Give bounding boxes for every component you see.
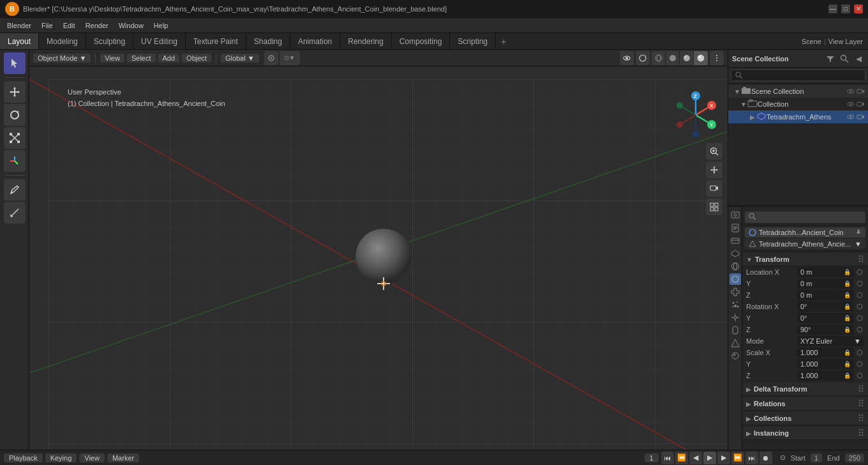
object-mode-dropdown[interactable]: Object Mode ▼ <box>33 54 91 63</box>
prop-icon-object[interactable] <box>730 273 741 285</box>
outliner-search-input[interactable] <box>731 70 865 81</box>
minimize-button[interactable]: — <box>828 4 837 13</box>
outliner-search-icon[interactable] <box>839 53 850 65</box>
rotation-y-value[interactable]: 0° 🔒 <box>797 313 854 323</box>
rotation-x-lock[interactable]: 🔒 <box>844 303 851 310</box>
transform-orientation[interactable]: Global ▼ <box>221 54 259 63</box>
tab-scripting[interactable]: Scripting <box>450 33 496 49</box>
scene-selector[interactable]: Scene <box>802 38 821 45</box>
zoom-in-button[interactable] <box>706 143 722 160</box>
location-z-lock[interactable]: 🔒 <box>844 292 851 298</box>
playback-menu[interactable]: Playback <box>4 454 43 462</box>
current-frame-display[interactable]: 1 <box>645 454 659 462</box>
cursor-tool[interactable] <box>4 52 26 74</box>
menu-file[interactable]: File <box>37 20 57 31</box>
jump-prev-key-button[interactable]: ⏪ <box>675 452 688 464</box>
view-menu-timeline[interactable]: View <box>79 454 105 462</box>
frame-end-input[interactable]: 250 <box>845 454 864 462</box>
record-button[interactable]: ⏺ <box>760 452 772 464</box>
frame-start-input[interactable]: 1 <box>811 454 822 462</box>
maximize-button[interactable]: □ <box>841 4 850 13</box>
tab-compositing[interactable]: Compositing <box>392 33 451 49</box>
location-z-value[interactable]: 0 m 🔒 <box>797 290 854 300</box>
tree-arrow-scene[interactable]: ▼ <box>733 88 741 95</box>
pan-button[interactable] <box>706 162 722 178</box>
camera-view-button[interactable] <box>706 180 722 197</box>
mesh-pin-icon[interactable]: ▼ <box>855 240 862 248</box>
prop-icon-render[interactable] <box>730 210 741 221</box>
tree-eye-icon-2[interactable] <box>846 100 855 109</box>
3d-viewport[interactable]: User Perspective (1) Collection | Tetrad… <box>29 66 728 450</box>
tree-item-collection[interactable]: ▼ Collection <box>728 98 868 111</box>
outliner-filter-icon[interactable] <box>825 53 836 65</box>
keying-menu[interactable]: Keying <box>45 454 77 462</box>
scale-x-value[interactable]: 1.000 🔒 <box>797 347 854 358</box>
outliner-collapse-icon[interactable]: ◀ <box>853 53 864 65</box>
menu-blender[interactable]: Blender <box>3 20 36 31</box>
scale-y-lock[interactable]: 🔒 <box>844 361 851 367</box>
object-menu[interactable]: Object <box>182 54 211 63</box>
jump-end-button[interactable]: ⏭ <box>745 452 758 464</box>
menu-edit[interactable]: Edit <box>59 20 80 31</box>
viewport-overlays-btn[interactable] <box>620 51 634 65</box>
rotation-y-anim[interactable] <box>855 315 864 321</box>
jump-next-key-button[interactable]: ⏩ <box>731 452 744 464</box>
location-x-value[interactable]: 0 m 🔒 <box>797 267 854 277</box>
tab-texture-paint[interactable]: Texture Paint <box>186 33 246 49</box>
object-name-selector[interactable]: Tetradrachh...Ancient_Coin <box>745 227 865 238</box>
tree-arrow-object[interactable]: ▶ <box>749 114 756 121</box>
tab-animation[interactable]: Animation <box>290 33 340 49</box>
prop-icon-scene[interactable] <box>730 248 741 259</box>
next-frame-button[interactable]: ▶ <box>717 452 730 464</box>
tree-arrow-collection[interactable]: ▼ <box>740 101 747 108</box>
location-x-anim[interactable] <box>855 269 864 275</box>
collection-visibility-button[interactable] <box>706 199 722 215</box>
rotation-y-lock[interactable]: 🔒 <box>844 315 851 321</box>
scale-x-lock[interactable]: 🔒 <box>844 349 851 356</box>
transform-section-header[interactable]: ▼ Transform ⠿ <box>742 253 868 266</box>
location-x-lock[interactable]: 🔒 <box>844 269 851 275</box>
prop-icon-modifier[interactable] <box>730 286 741 298</box>
add-workspace-button[interactable]: + <box>496 33 511 49</box>
tree-eye-icon-3[interactable] <box>846 112 855 121</box>
solid-mode[interactable] <box>666 51 680 65</box>
proportional-editing[interactable]: ⊙▼ <box>280 51 300 65</box>
menu-window[interactable]: Window <box>114 20 148 31</box>
rotation-x-anim[interactable] <box>855 303 864 310</box>
tab-modeling[interactable]: Modeling <box>39 33 86 49</box>
menu-help[interactable]: Help <box>149 20 173 31</box>
close-button[interactable]: ✕ <box>854 4 863 13</box>
scale-y-value[interactable]: 1.000 🔒 <box>797 359 854 369</box>
rotation-z-anim[interactable] <box>855 326 864 333</box>
prop-icon-data[interactable] <box>730 337 741 349</box>
tab-rendering[interactable]: Rendering <box>340 33 391 49</box>
prop-icon-particles[interactable] <box>730 299 741 310</box>
material-preview-mode[interactable] <box>680 51 694 65</box>
scale-x-anim[interactable] <box>855 349 864 356</box>
tab-uv-editing[interactable]: UV Editing <box>133 33 186 49</box>
rotation-z-value[interactable]: 90° 🔒 <box>797 324 854 335</box>
prev-frame-button[interactable]: ◀ <box>689 452 702 464</box>
location-y-anim[interactable] <box>855 280 864 287</box>
rotate-tool[interactable] <box>4 104 26 126</box>
move-tool[interactable] <box>4 81 26 103</box>
prop-icon-material[interactable] <box>730 350 741 362</box>
scale-z-anim[interactable] <box>855 372 864 379</box>
annotate-tool[interactable] <box>4 179 26 201</box>
tree-camera-icon[interactable] <box>857 87 865 96</box>
scale-z-value[interactable]: 1.000 🔒 <box>797 370 854 381</box>
rendered-mode[interactable] <box>694 51 708 65</box>
marker-menu[interactable]: Marker <box>107 454 139 462</box>
mode-value[interactable]: XYZ Euler ▼ <box>797 336 864 346</box>
jump-start-button[interactable]: ⏮ <box>661 452 674 464</box>
prop-icon-output[interactable] <box>730 222 741 234</box>
titlebar-controls[interactable]: — □ ✕ <box>828 4 863 13</box>
rotation-x-value[interactable]: 0° 🔒 <box>797 301 854 312</box>
viewport-gizmo-btn[interactable] <box>636 51 650 65</box>
view-layer-selector[interactable]: View Layer <box>828 38 863 45</box>
mesh-name-selector[interactable]: Tetradrachm_Athens_Ancie... ▼ <box>745 239 865 249</box>
measure-tool[interactable] <box>4 202 26 224</box>
tree-item-object[interactable]: ▶ Tetradrachm_Athens <box>728 111 868 123</box>
location-y-lock[interactable]: 🔒 <box>844 280 851 287</box>
view-menu[interactable]: View <box>100 54 124 63</box>
